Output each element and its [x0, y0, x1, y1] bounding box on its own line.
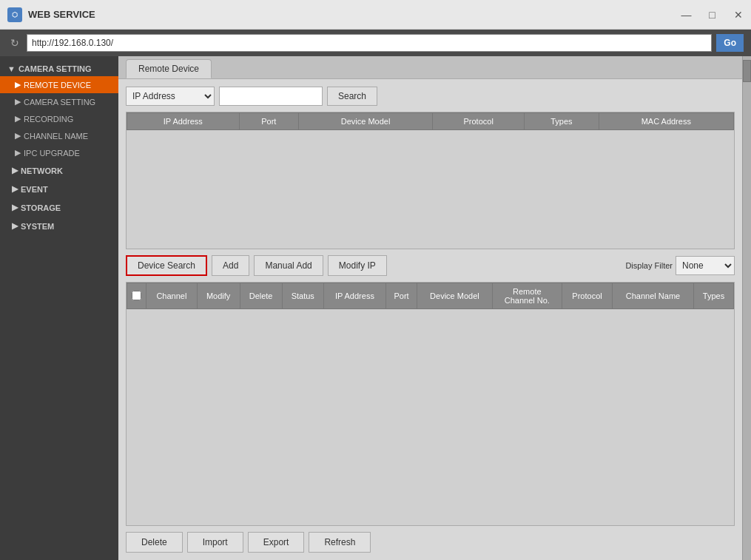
sidebar-item-storage[interactable]: ▶ STORAGE [0, 198, 118, 217]
minimize-button[interactable]: — [673, 0, 699, 30]
col-device-model: Device Model [299, 113, 433, 130]
arrow-icon: ▶ [15, 80, 21, 90]
sidebar-item-remote-device[interactable]: ▶ REMOTE DEVICE [0, 76, 118, 93]
device-search-button[interactable]: Device Search [126, 255, 207, 276]
col-checkbox [127, 283, 147, 309]
go-button[interactable]: Go [716, 34, 744, 52]
sidebar: ▼ CAMERA SETTING ▶ REMOTE DEVICE ▶ CAMER… [0, 56, 118, 560]
arrow-icon: ▶ [15, 97, 21, 107]
modify-ip-button[interactable]: Modify IP [328, 255, 387, 276]
scrollbar-thumb[interactable] [743, 60, 751, 82]
delete-button[interactable]: Delete [126, 532, 183, 553]
sidebar-label: CAMERA SETTING [24, 98, 95, 107]
sidebar-label: SYSTEM [21, 222, 54, 231]
select-all-checkbox[interactable] [132, 291, 141, 300]
search-type-select[interactable]: IP Address MAC Address Device Model [126, 87, 215, 106]
main-layout: ▼ CAMERA SETTING ▶ REMOTE DEVICE ▶ CAMER… [0, 56, 751, 560]
close-button[interactable]: ✕ [725, 0, 751, 30]
col-channel-name: Channel Name [613, 283, 694, 309]
sidebar-label: REMOTE DEVICE [24, 81, 91, 90]
col-port: Port [239, 113, 299, 130]
add-button[interactable]: Add [212, 255, 249, 276]
right-scrollbar[interactable] [742, 56, 751, 560]
content-wrapper: Remote Device IP Address MAC Address Dev… [118, 56, 751, 560]
col-protocol: Protocol [433, 113, 525, 130]
tab-remote-device[interactable]: Remote Device [126, 59, 212, 78]
bottom-table-scroll[interactable] [127, 309, 734, 525]
import-button[interactable]: Import [187, 532, 243, 553]
col-delete: Delete [240, 283, 282, 309]
col-modify: Modify [197, 283, 240, 309]
tab-bar: Remote Device [118, 56, 742, 79]
sidebar-label: NETWORK [21, 166, 63, 175]
title-bar: ⬡ WEB SERVICE — □ ✕ [0, 0, 751, 30]
sidebar-item-channel-name[interactable]: ▶ CHANNEL NAME [0, 127, 118, 144]
sidebar-item-network[interactable]: ▶ NETWORK [0, 161, 118, 180]
search-button[interactable]: Search [327, 87, 377, 106]
col-protocol2: Protocol [562, 283, 613, 309]
page-content: IP Address MAC Address Device Model Sear… [118, 79, 742, 560]
top-table-scroll[interactable] [127, 130, 734, 249]
address-input[interactable] [27, 34, 712, 52]
app-icon: ⬡ [7, 7, 22, 22]
search-value-input[interactable] [219, 87, 323, 106]
col-ip-address: IP Address [127, 113, 240, 130]
sidebar-label: EVENT [21, 185, 48, 194]
sidebar-label: STORAGE [21, 203, 61, 212]
col-port2: Port [385, 283, 417, 309]
app-title: WEB SERVICE [28, 9, 95, 20]
sidebar-item-system[interactable]: ▶ SYSTEM [0, 217, 118, 235]
sidebar-section-camera[interactable]: ▼ CAMERA SETTING [0, 60, 118, 76]
maximize-button[interactable]: □ [699, 0, 725, 30]
bottom-table-container: Channel Modify Delete Status IP Address … [126, 282, 735, 526]
page-refresh-icon[interactable]: ↻ [7, 34, 22, 52]
content-area: Remote Device IP Address MAC Address Dev… [118, 56, 742, 560]
bottom-table: Channel Modify Delete Status IP Address … [127, 283, 734, 309]
search-row: IP Address MAC Address Device Model Sear… [126, 87, 735, 106]
arrow-icon: ▶ [12, 221, 18, 231]
window-controls: — □ ✕ [673, 0, 751, 29]
export-button[interactable]: Export [248, 532, 305, 553]
chevron-down-icon: ▼ [7, 64, 16, 73]
arrow-icon: ▶ [15, 114, 21, 124]
sidebar-label: CHANNEL NAME [24, 132, 88, 141]
col-device-model2: Device Model [417, 283, 492, 309]
col-remote-channel: RemoteChannel No. [492, 283, 562, 309]
refresh-button[interactable]: Refresh [309, 532, 371, 553]
filter-row: Display Filter None All Connected Discon… [625, 256, 735, 275]
manual-add-button[interactable]: Manual Add [254, 255, 323, 276]
arrow-icon: ▶ [12, 184, 18, 194]
address-bar: ↻ Go [0, 30, 751, 56]
arrow-icon: ▶ [15, 131, 21, 141]
bottom-buttons: Delete Import Export Refresh [126, 532, 735, 553]
sidebar-label: RECORDING [24, 115, 73, 124]
sidebar-item-recording[interactable]: ▶ RECORDING [0, 110, 118, 127]
sidebar-label: IPC UPGRADE [24, 149, 80, 158]
col-mac-address: MAC Address [599, 113, 733, 130]
display-filter-select[interactable]: None All Connected Disconnected [676, 256, 735, 275]
sidebar-item-ipc-upgrade[interactable]: ▶ IPC UPGRADE [0, 144, 118, 161]
col-types2: Types [694, 283, 734, 309]
col-status: Status [282, 283, 323, 309]
sidebar-section-label: CAMERA SETTING [18, 64, 92, 73]
arrow-icon: ▶ [12, 203, 18, 212]
col-ip-address2: IP Address [323, 283, 385, 309]
arrow-icon: ▶ [15, 148, 21, 158]
col-channel: Channel [147, 283, 198, 309]
arrow-icon: ▶ [12, 166, 18, 175]
sidebar-item-event[interactable]: ▶ EVENT [0, 180, 118, 198]
sidebar-item-camera-setting[interactable]: ▶ CAMERA SETTING [0, 93, 118, 110]
top-table: IP Address Port Device Model Protocol Ty… [127, 112, 734, 130]
action-row: Device Search Add Manual Add Modify IP D… [126, 255, 735, 276]
top-table-container: IP Address Port Device Model Protocol Ty… [126, 112, 735, 249]
display-filter-label: Display Filter [625, 261, 673, 270]
col-types: Types [525, 113, 599, 130]
